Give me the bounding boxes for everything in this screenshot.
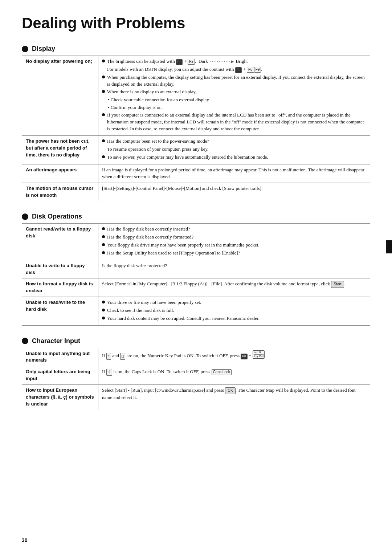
problem-cell: Unable to read/write to the hard disk bbox=[22, 297, 98, 326]
solution-cell: Select [Start] - [Run], input [c:\window… bbox=[98, 385, 370, 410]
fn-key: Fn bbox=[176, 59, 183, 65]
caps-lock-icon: ⇧ bbox=[106, 369, 112, 376]
bullet-item: Check to see if the hard disk is full. bbox=[102, 307, 366, 314]
bullet-item: When there is no display to an external … bbox=[102, 89, 366, 95]
bullet-dot bbox=[102, 90, 105, 93]
solution-text: If ↑ and ⎕ are on, the Numeric Key Pad i… bbox=[102, 353, 266, 358]
bullet-item: Has the floppy disk been correctly forma… bbox=[102, 234, 366, 241]
problem-cell: Unable to write to a floppy disk bbox=[22, 260, 98, 278]
solution-cell: Has the floppy disk been correctly inser… bbox=[98, 224, 370, 260]
bullet-item: To save power, your computer may have au… bbox=[102, 154, 366, 161]
bullet-item: Your hard disk content may be corrupted.… bbox=[102, 315, 366, 322]
bullet-item: When purchasing the computer, the displa… bbox=[102, 74, 366, 88]
solution-cell: Select [Format] in [My Computer] - [3 1/… bbox=[98, 278, 370, 297]
problem-cell: How to input European characters (ß, à, … bbox=[22, 385, 98, 410]
bullet-dot bbox=[102, 113, 105, 116]
bullet-dot bbox=[102, 251, 105, 254]
solution-text: To save power, your computer may have au… bbox=[107, 154, 268, 161]
sub-bullet: • Check your cable connection for an ext… bbox=[108, 97, 366, 103]
disk-table: Cannot read/write to a floppy disk Has t… bbox=[22, 223, 370, 325]
bullet-dot bbox=[102, 301, 105, 304]
fn-key: Fn bbox=[241, 354, 248, 359]
problem-cell: An afterimage appears bbox=[22, 164, 98, 183]
bullet-dot bbox=[102, 76, 105, 78]
table-row: Cannot read/write to a floppy disk Has t… bbox=[22, 224, 370, 260]
numpad-key-icon: ⎕ bbox=[120, 353, 125, 360]
bullet-dot bbox=[102, 309, 105, 311]
solution-text: Select [Format] in [My Computer] - [3 1/… bbox=[102, 281, 345, 286]
section-title-display: Display bbox=[32, 45, 55, 53]
table-row: The motion of a mouse cursor is not smoo… bbox=[22, 183, 370, 201]
solution-text: Has the floppy disk been correctly forma… bbox=[107, 234, 193, 241]
key-box: F9 bbox=[254, 67, 261, 73]
page: Dealing with Problems Display No display… bbox=[0, 0, 392, 554]
table-row: Unable to read/write to the hard disk Yo… bbox=[22, 297, 370, 326]
solution-cell: Your drive or file may not have been pro… bbox=[98, 297, 370, 326]
solution-text: The brightness can be adjusted with Fn +… bbox=[107, 58, 248, 65]
bullet-item: Has the computer been set to the power-s… bbox=[102, 138, 366, 145]
bullet-dot bbox=[102, 317, 105, 319]
table-row: An afterimage appears If an image is dis… bbox=[22, 164, 370, 183]
section-title-character: Character Input bbox=[32, 337, 80, 345]
key-box: F8 bbox=[247, 67, 254, 73]
section-character: Character Input Unable to input anything… bbox=[22, 337, 370, 410]
solution-cell: Has the computer been set to the power-s… bbox=[98, 136, 370, 164]
problem-cell: How to format a floppy disk is unclear bbox=[22, 278, 98, 297]
table-row: Unable to input anything but numerals If… bbox=[22, 348, 370, 366]
section-disk: Disk Operations Cannot read/write to a f… bbox=[22, 213, 370, 325]
solution-text: When there is no display to an external … bbox=[107, 89, 196, 95]
bullet-item: The brightness can be adjusted with Fn +… bbox=[102, 58, 366, 65]
section-title-disk: Disk Operations bbox=[32, 213, 82, 220]
bullet-dot bbox=[102, 155, 105, 158]
solution-text: Select [Start] - [Run], input [c:\window… bbox=[102, 387, 356, 400]
tab-label bbox=[386, 240, 392, 253]
solution-cell: Is the floppy disk write-protected? bbox=[98, 260, 370, 278]
fn-key: Fn bbox=[235, 67, 242, 73]
solution-text: Your drive or file may not have been pro… bbox=[107, 299, 201, 306]
display-table: No display after powering on; The bright… bbox=[22, 56, 370, 201]
ok-button: OK bbox=[225, 387, 235, 394]
section-bullet-character bbox=[22, 338, 28, 344]
numlock-key-icon: ↑ bbox=[106, 353, 111, 360]
bullet-dot bbox=[102, 227, 105, 230]
bullet-item: If your computer is connected to an exte… bbox=[102, 112, 366, 133]
bullet-item: Your floppy disk drive may not have been… bbox=[102, 242, 366, 249]
problem-cell: Only capital letters are being input bbox=[22, 366, 98, 385]
key-box: F2 bbox=[188, 59, 195, 65]
bullet-item: Has the Setup Utility been used to set [… bbox=[102, 250, 366, 257]
section-disk-header: Disk Operations bbox=[22, 213, 370, 220]
table-row: How to input European characters (ß, à, … bbox=[22, 385, 370, 410]
section-character-header: Character Input bbox=[22, 337, 370, 345]
solution-text: Has the floppy disk been correctly inser… bbox=[107, 226, 190, 233]
solution-text: Your floppy disk drive may not have been… bbox=[107, 242, 260, 249]
solution-text: When purchasing the computer, the displa… bbox=[107, 74, 366, 88]
bullet-dot bbox=[102, 139, 105, 142]
section-bullet-display bbox=[22, 46, 28, 52]
arrow: ············▶ bbox=[210, 59, 234, 65]
bullet-dot bbox=[102, 243, 105, 246]
page-title: Dealing with Problems bbox=[22, 15, 370, 32]
scrlk-key: ScrLKKey Pad bbox=[253, 350, 265, 359]
solution-text-indent: To resume operation of your computer, pr… bbox=[107, 146, 366, 153]
section-display: Display No display after powering on; Th… bbox=[22, 45, 370, 201]
bullet-dot bbox=[102, 235, 105, 238]
solution-text: Check to see if the hard disk is full. bbox=[107, 307, 174, 314]
section-bullet-disk bbox=[22, 213, 28, 220]
solution-text: Your hard disk content may be corrupted.… bbox=[107, 315, 260, 322]
table-row: Unable to write to a floppy disk Is the … bbox=[22, 260, 370, 278]
solution-text: Has the Setup Utility been used to set [… bbox=[107, 250, 240, 257]
section-display-header: Display bbox=[22, 45, 370, 53]
problem-cell: The motion of a mouse cursor is not smoo… bbox=[22, 183, 98, 201]
solution-text: Is the floppy disk write-protected? bbox=[102, 263, 167, 268]
bullet-item: Has the floppy disk been correctly inser… bbox=[102, 226, 366, 233]
character-table: Unable to input anything but numerals If… bbox=[22, 348, 370, 410]
solution-cell: The brightness can be adjusted with Fn +… bbox=[98, 56, 370, 136]
sub-bullet: • Confirm your display is on. bbox=[108, 104, 366, 111]
table-row: The power has not been cut, but after a … bbox=[22, 136, 370, 164]
solution-cell: [Start]-[Settings]-[Control Panel]-[Mous… bbox=[98, 183, 370, 201]
solution-text: [Start]-[Settings]-[Control Panel]-[Mous… bbox=[102, 186, 262, 191]
page-number: 30 bbox=[22, 537, 28, 543]
solution-text: Has the computer been set to the power-s… bbox=[107, 138, 209, 145]
solution-cell: If an image is displayed for a prolonged… bbox=[98, 164, 370, 183]
solution-text: If an image is displayed for a prolonged… bbox=[102, 167, 364, 179]
